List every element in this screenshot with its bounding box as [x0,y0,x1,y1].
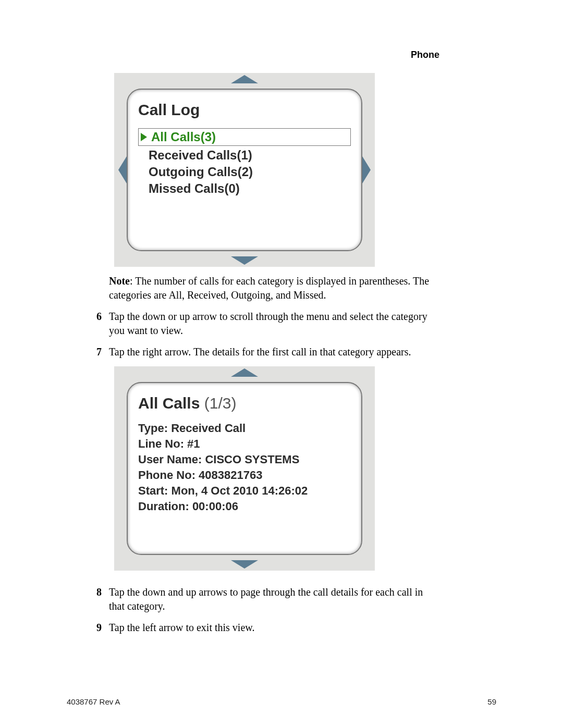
svg-marker-4 [231,368,258,377]
selection-triangle-icon [141,133,147,141]
svg-marker-5 [231,560,258,569]
arrow-down-icon [229,254,260,267]
note-label: Note [109,275,130,287]
svg-marker-2 [362,156,371,183]
panel-title: All Calls (1/3) [138,394,351,412]
step-text: Tap the down and up arrows to page throu… [109,585,439,613]
menu-item-all-calls: All Calls(3) [138,128,351,146]
svg-marker-0 [231,75,258,83]
detail-phone-no: Phone No: 4083821763 [138,468,351,482]
step-8: 8 Tap the down and up arrows to page thr… [109,585,439,613]
screenshot-call-detail: All Calls (1/3) Type: Received Call Line… [114,366,375,571]
menu-item-label: All Calls(3) [151,130,216,144]
detail-duration: Duration: 00:00:06 [138,500,351,513]
step-text: Tap the down or up arrow to scroll throu… [109,310,439,338]
step-text: Tap the left arrow to exit this view. [109,621,439,635]
detail-start: Start: Mon, 4 Oct 2010 14:26:02 [138,484,351,498]
step-text: Tap the right arrow. The details for the… [109,345,439,359]
arrow-down-icon [229,558,260,571]
step-number: 6 [96,310,109,338]
call-log-panel: Call Log All Calls(3) Received Calls(1) … [127,89,362,251]
title-counter: (1/3) [204,394,237,412]
title-main: All Calls [138,394,204,412]
svg-marker-1 [118,156,127,183]
step-6: 6 Tap the down or up arrow to scroll thr… [109,310,439,338]
call-detail-panel: All Calls (1/3) Type: Received Call Line… [127,382,362,555]
detail-user-name: User Name: CISCO SYSTEMS [138,453,351,466]
step-7: 7 Tap the right arrow. The details for t… [109,345,439,359]
note-paragraph: Note: The number of calls for each categ… [109,274,439,302]
panel-title: Call Log [138,101,351,119]
detail-type: Type: Received Call [138,422,351,435]
step-number: 8 [96,585,109,613]
svg-marker-3 [231,256,258,265]
screenshot-call-log: Call Log All Calls(3) Received Calls(1) … [114,73,375,267]
section-header: Phone [109,50,439,60]
footer-page-number: 59 [487,697,496,706]
step-9: 9 Tap the left arrow to exit this view. [109,621,439,635]
menu-item-received-calls: Received Calls(1) [149,148,351,163]
step-number: 9 [96,621,109,635]
arrow-up-icon [229,366,260,379]
menu-item-outgoing-calls: Outgoing Calls(2) [149,165,351,179]
detail-line-no: Line No: #1 [138,437,351,451]
footer-doc-id: 4038767 Rev A [67,697,120,706]
menu-item-missed-calls: Missed Calls(0) [149,181,351,196]
note-text: : The number of calls for each category … [109,275,429,301]
step-number: 7 [96,345,109,359]
arrow-up-icon [229,73,260,85]
